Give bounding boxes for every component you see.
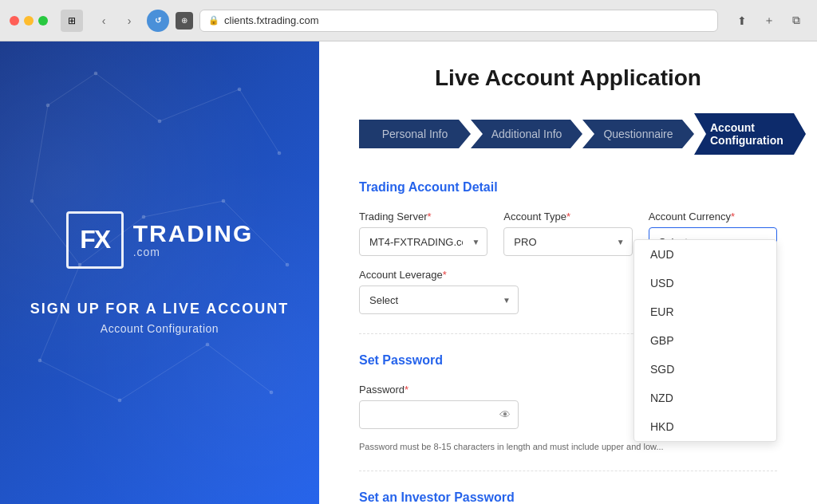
tabs-button[interactable]: ⧉ (785, 10, 807, 32)
translate-button[interactable]: ↺ (147, 10, 169, 32)
sidebar: FX TRADING .com SIGN UP FOR A LIVE ACCOU… (0, 41, 319, 504)
account-currency-group: Account Currency* Select ▲ AUD USD EUR G… (649, 211, 777, 256)
account-type-group: Account Type* PRO ▼ (503, 211, 632, 256)
stepper: Personal Info Additional Info Questionna… (359, 113, 777, 155)
new-tab-button[interactable]: ＋ (758, 10, 780, 32)
lock-icon: 🔒 (208, 15, 219, 26)
account-currency-required: * (731, 211, 735, 222)
maximize-button[interactable] (38, 16, 48, 26)
password-group: Password* 👁 (359, 384, 519, 429)
account-leverage-select[interactable]: Select (359, 285, 519, 314)
step-account-configuration[interactable]: Account Configuration (694, 113, 806, 155)
tagline-main: SIGN UP FOR A LIVE ACCOUNT (30, 301, 290, 317)
address-bar[interactable]: 🔒 clients.fxtrading.com (199, 10, 718, 32)
sidebar-tagline: SIGN UP FOR A LIVE ACCOUNT Account Confi… (30, 301, 290, 335)
currency-option-gbp[interactable]: GBP (634, 326, 776, 355)
leverage-select-wrapper: Select ▼ (359, 285, 519, 314)
trading-server-select[interactable]: MT4-FXTRADING.com- (359, 227, 487, 256)
currency-dropdown: AUD USD EUR GBP SGD NZD HKD (633, 239, 777, 442)
currency-option-nzd[interactable]: NZD (634, 384, 776, 412)
back-button[interactable]: ‹ (93, 10, 115, 32)
currency-option-sgd[interactable]: SGD (634, 355, 776, 384)
account-type-select[interactable]: PRO (503, 227, 632, 256)
form-row-server-type-currency: Trading Server* MT4-FXTRADING.com- ▼ Acc… (359, 211, 777, 256)
logo-text-group: TRADING .com (133, 222, 254, 258)
password-required: * (405, 384, 408, 396)
sidebar-logo: FX TRADING .com (66, 211, 254, 269)
browser-actions: ⬆ ＋ ⧉ (731, 10, 807, 32)
step-additional-info[interactable]: Additional Info (471, 120, 582, 148)
close-button[interactable] (10, 16, 19, 26)
main-content: FX TRADING .com SIGN UP FOR A LIVE ACCOU… (0, 41, 817, 504)
account-currency-label: Account Currency* (649, 211, 777, 222)
account-leverage-label: Account Leverage* (359, 269, 519, 281)
logo-box: FX (66, 211, 124, 269)
logo-fx-text: FX (80, 225, 109, 254)
step-questionnaire[interactable]: Questionnaire (582, 120, 694, 148)
browser-nav: ‹ › (93, 10, 140, 32)
trading-server-group: Trading Server* MT4-FXTRADING.com- ▼ (359, 211, 487, 256)
account-type-label: Account Type* (503, 211, 632, 222)
share-button[interactable]: ⬆ (731, 10, 753, 32)
currency-option-aud[interactable]: AUD (634, 240, 776, 269)
eye-icon[interactable]: 👁 (499, 408, 511, 421)
divider-2 (359, 471, 777, 471)
traffic-lights (10, 16, 48, 26)
investor-password-section: Set an Investor Password Investor Passwo… (359, 490, 777, 504)
tagline-sub: Account Configuration (30, 322, 290, 335)
leverage-required: * (443, 269, 447, 281)
step-account-configuration-label: Account Configuration (710, 121, 790, 147)
sidebar-background (0, 41, 319, 504)
page-title: Live Account Application (359, 65, 777, 91)
password-label: Password* (359, 384, 519, 396)
step-additional-info-label: Additional Info (491, 128, 562, 140)
account-leverage-group: Account Leverage* Select ▼ (359, 269, 519, 314)
browser-chrome: ⊞ ‹ › ↺ ⊕ 🔒 clients.fxtrading.com ⬆ ＋ ⧉ (0, 0, 817, 41)
trading-account-section: Trading Account Detail Trading Server* M… (359, 180, 777, 314)
section3-title: Set an Investor Password (359, 490, 777, 504)
step-personal-info[interactable]: Personal Info (359, 120, 471, 148)
shield-icon[interactable]: ⊕ (176, 12, 193, 30)
window-switcher-icon[interactable]: ⊞ (61, 10, 83, 32)
trading-server-select-wrapper: MT4-FXTRADING.com- ▼ (359, 227, 487, 256)
logo-com-text: .com (133, 246, 254, 258)
step-questionnaire-label: Questionnaire (603, 128, 673, 140)
trading-server-required: * (428, 211, 432, 222)
currency-option-eur[interactable]: EUR (634, 297, 776, 326)
password-wrapper: 👁 (359, 400, 519, 429)
form-area: Live Account Application Personal Info A… (319, 41, 817, 504)
password-hint: Password must be 8-15 characters in leng… (359, 442, 777, 451)
section1-title: Trading Account Detail (359, 180, 777, 195)
trading-server-label: Trading Server* (359, 211, 487, 222)
step-personal-info-label: Personal Info (382, 128, 448, 140)
account-type-select-wrapper: PRO ▼ (503, 227, 632, 256)
currency-option-usd[interactable]: USD (634, 269, 776, 297)
forward-button[interactable]: › (118, 10, 140, 32)
minimize-button[interactable] (24, 16, 34, 26)
url-text: clients.fxtrading.com (224, 14, 319, 26)
password-input[interactable] (359, 400, 519, 429)
logo-trading-text: TRADING (133, 222, 254, 246)
currency-option-hkd[interactable]: HKD (634, 412, 776, 441)
account-type-required: * (566, 211, 570, 222)
